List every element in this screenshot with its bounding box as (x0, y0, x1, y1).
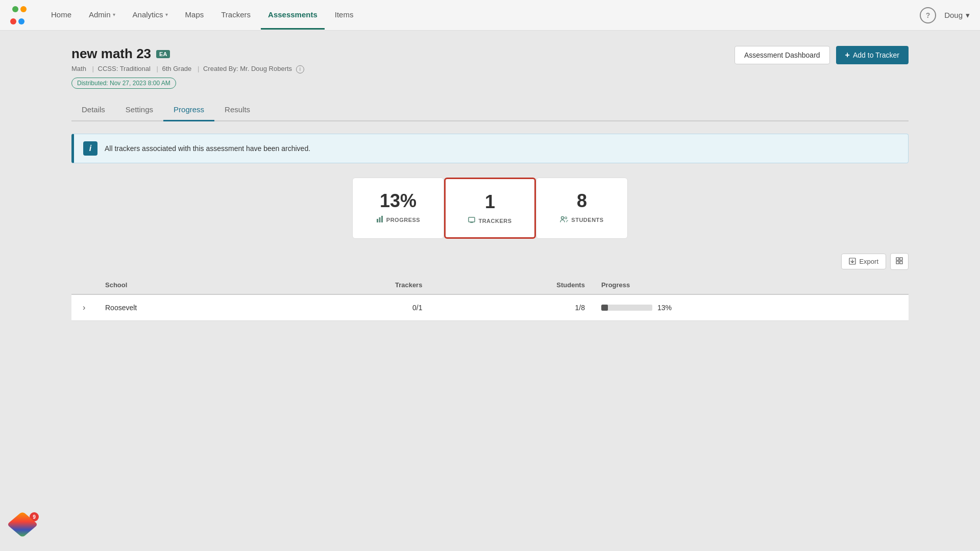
page-title: new math 23 EA (71, 46, 306, 62)
row-expand-button[interactable]: › (80, 302, 88, 313)
title-area: new math 23 EA Math | CCSS: Traditional … (71, 46, 306, 89)
ea-badge: EA (156, 50, 170, 58)
stat-cards: 13% PROGRESS 1 TRACKERS 8 (71, 178, 909, 239)
students-value: 1/8 (575, 304, 584, 312)
svg-rect-11 (896, 261, 899, 264)
info-banner-icon: i (83, 141, 97, 156)
school-name-cell: Roosevelt (97, 294, 272, 321)
nav-analytics[interactable]: Analytics ▾ (126, 1, 175, 30)
add-to-tracker-button[interactable]: + Add to Tracker (836, 46, 909, 64)
header-actions: Assessment Dashboard + Add to Tracker (734, 46, 909, 64)
table-row: › Roosevelt 0/1 1/8 13% (71, 294, 909, 321)
progress-bar-background (601, 305, 652, 311)
nav-home[interactable]: Home (44, 1, 79, 30)
trackers-cell: 0/1 (272, 294, 431, 321)
nav-trackers[interactable]: Trackers (214, 1, 258, 30)
navigation: Home Admin ▾ Analytics ▾ Maps Trackers A… (0, 0, 980, 31)
svg-point-7 (565, 217, 567, 219)
bottom-widget[interactable]: 9 (10, 508, 39, 541)
svg-rect-2 (381, 216, 383, 222)
progress-card[interactable]: 13% PROGRESS (352, 178, 444, 239)
nav-assessments[interactable]: Assessments (261, 1, 325, 30)
tab-progress[interactable]: Progress (163, 99, 214, 121)
table-toolbar: Export (71, 253, 909, 270)
progress-bar-fill (601, 305, 608, 311)
help-button[interactable]: ? (920, 7, 936, 23)
trackers-card[interactable]: 1 TRACKERS (444, 178, 536, 239)
widget-shape (10, 512, 35, 537)
user-menu[interactable]: Doug ▾ (944, 11, 970, 20)
logo[interactable] (10, 6, 29, 24)
trackers-icon (468, 217, 475, 225)
col-students: Students (430, 276, 593, 294)
svg-rect-0 (377, 219, 378, 222)
assessment-title: new math 23 (71, 46, 151, 62)
widget-diamond-icon (7, 511, 38, 538)
svg-rect-1 (379, 217, 380, 222)
students-icon (560, 216, 568, 224)
students-label: STUDENTS (557, 216, 607, 224)
nav-items: Home Admin ▾ Analytics ▾ Maps Trackers A… (44, 1, 920, 30)
svg-rect-9 (896, 258, 899, 260)
col-expand (71, 276, 97, 294)
analytics-chevron-icon: ▾ (165, 12, 168, 17)
row-expand-cell: › (71, 294, 97, 321)
col-school: School (97, 276, 272, 294)
widget-icon[interactable]: 9 (10, 512, 39, 541)
info-banner: i All trackers associated with this asse… (71, 134, 909, 163)
export-button[interactable]: Export (841, 254, 886, 269)
progress-value: 13% (373, 190, 423, 212)
progress-cell: 13% (593, 294, 909, 321)
progress-label: PROGRESS (373, 216, 423, 224)
trackers-label: TRACKERS (466, 217, 514, 225)
trackers-value: 1 (466, 191, 514, 213)
progress-bar-cell: 13% (601, 304, 900, 312)
page-header: new math 23 EA Math | CCSS: Traditional … (71, 46, 909, 89)
plus-icon: + (845, 51, 850, 60)
nav-admin[interactable]: Admin ▾ (82, 1, 122, 30)
info-icon[interactable]: i (296, 65, 304, 73)
tabs: Details Settings Progress Results (71, 99, 909, 121)
nav-maps[interactable]: Maps (178, 1, 211, 30)
logo-dot-br (18, 18, 24, 24)
assessment-dashboard-button[interactable]: Assessment Dashboard (734, 46, 830, 64)
students-cell: 1/8 (430, 294, 593, 321)
logo-dot-tl (12, 6, 18, 12)
progress-pct-label: 13% (657, 304, 672, 312)
col-trackers: Trackers (272, 276, 431, 294)
progress-icon (376, 216, 383, 224)
svg-rect-10 (900, 258, 902, 260)
nav-items[interactable]: Items (328, 1, 361, 30)
tab-details[interactable]: Details (71, 99, 115, 121)
svg-rect-3 (469, 217, 475, 222)
students-card[interactable]: 8 STUDENTS (536, 178, 628, 239)
tab-results[interactable]: Results (214, 99, 260, 121)
trackers-value: 0/1 (412, 304, 422, 312)
svg-point-6 (561, 216, 564, 219)
tab-settings[interactable]: Settings (115, 99, 163, 121)
info-banner-text: All trackers associated with this assess… (105, 144, 310, 153)
main-content: new math 23 EA Math | CCSS: Traditional … (0, 31, 980, 551)
expand-view-button[interactable] (890, 253, 909, 270)
logo-dot-bl (10, 18, 16, 24)
user-chevron-icon: ▾ (966, 11, 970, 20)
students-value: 8 (557, 190, 607, 212)
logo-dot-tr (20, 6, 27, 12)
export-label: Export (859, 258, 878, 265)
add-tracker-label: Add to Tracker (853, 51, 899, 59)
distributed-badge: Distributed: Nov 27, 2023 8:00 AM (71, 78, 176, 89)
admin-chevron-icon: ▾ (113, 12, 115, 17)
meta-row: Math | CCSS: Traditional | 6th Grade | C… (71, 65, 306, 73)
data-table: School Trackers Students Progress › (71, 276, 909, 321)
svg-rect-12 (900, 261, 902, 264)
nav-right: ? Doug ▾ (920, 7, 970, 23)
school-name: Roosevelt (105, 304, 137, 312)
col-progress: Progress (593, 276, 909, 294)
